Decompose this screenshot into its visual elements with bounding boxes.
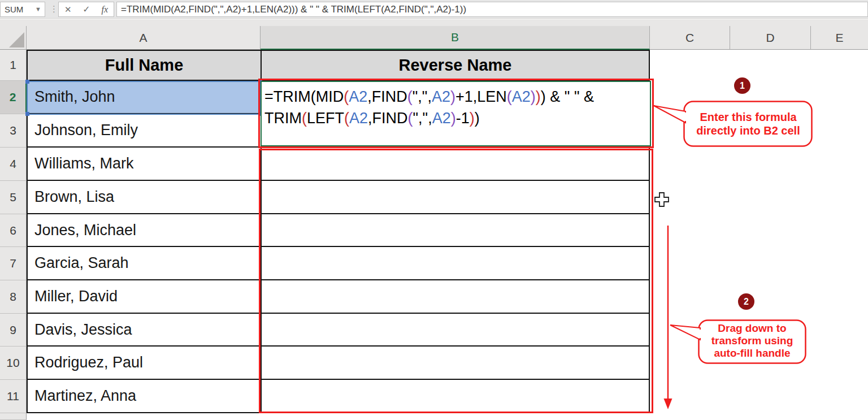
row-header-8[interactable]: 8 [0,280,27,314]
callout2-line2: transform using [700,335,805,347]
cell-a11[interactable]: Martinez, Anna [27,380,261,413]
cell-a9[interactable]: Davis, Jessica [27,314,261,347]
b4-b11-annotation-rectangle [259,149,653,413]
b2-formula-line-1: =TRIM(MID(A2,FIND(",",A2)+1,LEN(A2))) & … [264,86,650,107]
step1-badge: 1 [734,77,750,94]
callout2-line1: Drag down to [700,322,805,335]
callout1-line2: directly into B2 cell [685,124,811,137]
cell-a8[interactable]: Miller, David [27,280,261,314]
row-header-4[interactable]: 4 [0,148,27,181]
b2-formula-text: =TRIM(MID(A2,FIND(",",A2)+1,LEN(A2))) & … [264,86,650,129]
row-header-5[interactable]: 5 [0,181,27,214]
cell-a5[interactable]: Brown, Lisa [27,181,261,214]
callout2-line3: auto-fill handle [700,347,805,360]
cell-a6[interactable]: Jones, Michael [27,214,261,247]
callout1-line1: Enter this formula [685,110,811,124]
excel-window: SUM ▼ ⋮ ✕ ✓ fx =TRIM(MID(A2,FIND(",",A2)… [0,0,868,420]
row-header-6[interactable]: 6 [0,214,27,247]
row-header-10[interactable]: 10 [0,347,27,380]
cell-a3[interactable]: Johnson, Emily [27,114,261,148]
step2-badge: 2 [738,293,754,310]
cell-a1[interactable]: Full Name [27,50,261,81]
row-header-12[interactable] [0,413,27,420]
row-header-11[interactable]: 11 [0,380,27,413]
row-header-3[interactable]: 3 [0,114,27,148]
row-header-1[interactable]: 1 [0,50,27,81]
cell-b1[interactable]: Reverse Name [261,50,650,81]
callout1-text: Enter this formula directly into B2 cell [685,110,811,137]
row-header-2[interactable]: 2 [0,81,27,114]
row-header-9[interactable]: 9 [0,314,27,347]
cell-a7[interactable]: Garcia, Sarah [27,247,261,280]
b2-formula-line-2: TRIM(LEFT(A2,FIND(",",A2)-1)) [264,107,650,129]
cell-a4[interactable]: Williams, Mark [27,148,261,181]
cell-a2[interactable]: Smith, John [27,81,261,114]
callout2-text: Drag down to transform using auto-fill h… [700,322,805,360]
cell-b2-formula-editor[interactable]: =TRIM(MID(A2,FIND(",",A2)+1,LEN(A2))) & … [261,81,651,146]
row-header-7[interactable]: 7 [0,247,27,280]
cell-a10[interactable]: Rodriguez, Paul [27,347,261,380]
